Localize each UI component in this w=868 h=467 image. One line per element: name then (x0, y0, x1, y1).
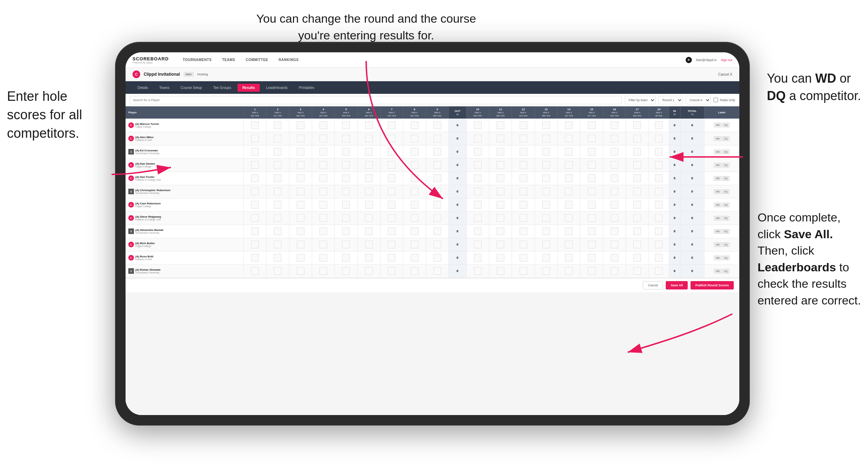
hole-18-score-input[interactable] (655, 161, 663, 169)
dq-button[interactable]: DQ (722, 123, 730, 127)
wd-button[interactable]: WD (714, 256, 722, 260)
hole-17-score-input[interactable] (633, 201, 641, 209)
hole-13-score-input[interactable] (542, 174, 550, 182)
hole-15-score-input[interactable] (588, 135, 596, 142)
hole-13-score-input[interactable] (542, 227, 550, 235)
hole-10-score-input[interactable] (474, 188, 482, 195)
hole-9-score-input[interactable] (433, 188, 441, 195)
nav-tournaments[interactable]: TOURNAMENTS (183, 58, 212, 62)
hole-8-score-input[interactable] (411, 121, 418, 129)
hole-3-score-input[interactable] (297, 254, 304, 262)
hole-7-score-input[interactable] (388, 241, 395, 248)
hole-14-score-input[interactable] (565, 227, 573, 235)
hole-2-score-input[interactable] (274, 135, 281, 142)
hole-15-score-input[interactable] (588, 148, 596, 156)
hole-10-score-input[interactable] (474, 121, 482, 129)
hole-18-score-input[interactable] (655, 241, 663, 248)
wd-button[interactable]: WD (714, 203, 722, 207)
hole-10-score-input[interactable] (474, 227, 482, 235)
hole-5-score-input[interactable] (342, 254, 350, 262)
hole-7-score-input[interactable] (388, 121, 395, 129)
sign-out-link[interactable]: Sign out (721, 58, 732, 62)
hole-3-score-input[interactable] (297, 267, 304, 275)
hole-5-score-input[interactable] (342, 227, 350, 235)
round-select[interactable]: Round 1 (658, 96, 683, 104)
hole-13-score-input[interactable] (542, 241, 550, 248)
wd-button[interactable]: WD (714, 150, 722, 154)
hole-9-score-input[interactable] (433, 241, 441, 248)
hole-13-score-input[interactable] (542, 161, 550, 169)
hole-2-score-input[interactable] (274, 214, 281, 222)
hole-15-score-input[interactable] (588, 161, 596, 169)
hole-14-score-input[interactable] (565, 148, 573, 156)
hole-18-score-input[interactable] (655, 135, 663, 142)
hole-5-score-input[interactable] (342, 135, 350, 142)
hole-11-score-input[interactable] (497, 254, 504, 262)
hole-9-score-input[interactable] (433, 161, 441, 169)
hole-8-score-input[interactable] (411, 241, 418, 248)
hole-14-score-input[interactable] (565, 267, 573, 275)
wd-button[interactable]: WD (714, 136, 722, 141)
hole-17-score-input[interactable] (633, 241, 641, 248)
hole-5-score-input[interactable] (342, 267, 350, 275)
hole-8-score-input[interactable] (411, 267, 418, 275)
hole-9-score-input[interactable] (433, 227, 441, 235)
dq-button[interactable]: DQ (722, 216, 730, 220)
hole-14-score-input[interactable] (565, 201, 573, 209)
tab-tee-groups[interactable]: Tee Groups (208, 84, 236, 92)
hole-17-score-input[interactable] (633, 267, 641, 275)
hole-6-score-input[interactable] (365, 135, 373, 142)
hole-7-score-input[interactable] (388, 267, 395, 275)
dq-button[interactable]: DQ (722, 163, 730, 167)
hole-11-score-input[interactable] (497, 174, 504, 182)
hole-18-score-input[interactable] (655, 214, 663, 222)
hole-8-score-input[interactable] (411, 214, 418, 222)
hole-14-score-input[interactable] (565, 121, 573, 129)
hole-17-score-input[interactable] (633, 161, 641, 169)
hole-16-score-input[interactable] (611, 267, 618, 275)
hole-17-score-input[interactable] (633, 148, 641, 156)
dq-button[interactable]: DQ (722, 136, 730, 141)
hole-15-score-input[interactable] (588, 214, 596, 222)
hole-1-score-input[interactable] (251, 227, 259, 235)
hole-16-score-input[interactable] (611, 174, 618, 182)
hole-11-score-input[interactable] (497, 121, 504, 129)
hole-9-score-input[interactable] (433, 254, 441, 262)
hole-3-score-input[interactable] (297, 135, 304, 142)
tab-course-setup[interactable]: Course Setup (176, 84, 207, 92)
hole-2-score-input[interactable] (274, 227, 281, 235)
dq-button[interactable]: DQ (722, 176, 730, 181)
nav-teams[interactable]: TEAMS (222, 58, 235, 62)
hole-13-score-input[interactable] (542, 121, 550, 129)
hole-12-score-input[interactable] (520, 161, 527, 169)
totals-only-toggle[interactable]: Totals Only (714, 98, 735, 102)
save-all-button[interactable]: Save All (666, 281, 688, 289)
hole-1-score-input[interactable] (251, 161, 259, 169)
hole-11-score-input[interactable] (497, 135, 504, 142)
hole-17-score-input[interactable] (633, 227, 641, 235)
hole-12-score-input[interactable] (520, 267, 527, 275)
tab-details[interactable]: Details (133, 84, 153, 92)
wd-button[interactable]: WD (714, 176, 722, 181)
hole-11-score-input[interactable] (497, 161, 504, 169)
hole-7-score-input[interactable] (388, 161, 395, 169)
hole-11-score-input[interactable] (497, 201, 504, 209)
hole-7-score-input[interactable] (388, 148, 395, 156)
hole-18-score-input[interactable] (655, 201, 663, 209)
hole-13-score-input[interactable] (542, 267, 550, 275)
hole-5-score-input[interactable] (342, 201, 350, 209)
hole-4-score-input[interactable] (319, 214, 327, 222)
hole-2-score-input[interactable] (274, 267, 281, 275)
hole-16-score-input[interactable] (611, 148, 618, 156)
hole-12-score-input[interactable] (520, 254, 527, 262)
hole-9-score-input[interactable] (433, 267, 441, 275)
dq-button[interactable]: DQ (722, 256, 730, 260)
hole-14-score-input[interactable] (565, 174, 573, 182)
hole-13-score-input[interactable] (542, 214, 550, 222)
hole-5-score-input[interactable] (342, 188, 350, 195)
hole-8-score-input[interactable] (411, 254, 418, 262)
hole-6-score-input[interactable] (365, 267, 373, 275)
hole-2-score-input[interactable] (274, 254, 281, 262)
hole-10-score-input[interactable] (474, 214, 482, 222)
hole-18-score-input[interactable] (655, 174, 663, 182)
